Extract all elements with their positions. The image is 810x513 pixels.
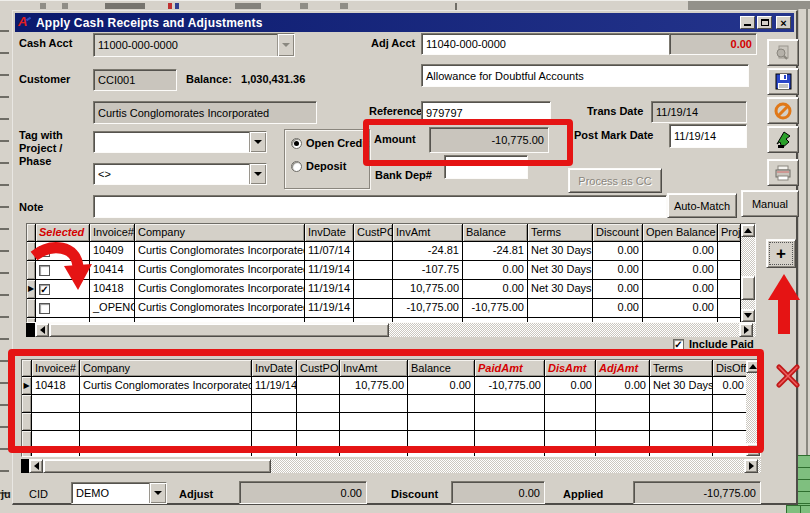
- table-row[interactable]: [22, 395, 760, 413]
- cell[interactable]: [297, 431, 340, 449]
- cell[interactable]: [718, 242, 741, 261]
- print-button[interactable]: [767, 159, 799, 186]
- cell[interactable]: [80, 413, 252, 431]
- cell[interactable]: 0.00: [643, 280, 718, 299]
- cell[interactable]: [545, 431, 596, 449]
- cell[interactable]: 0.00: [408, 377, 475, 395]
- cell[interactable]: [475, 449, 545, 457]
- cell[interactable]: [252, 431, 297, 449]
- exit-button[interactable]: [767, 126, 799, 153]
- note-field[interactable]: [93, 195, 667, 218]
- cell[interactable]: [297, 377, 340, 395]
- cell[interactable]: Curtis Conglomorates Incorporated: [80, 377, 252, 395]
- cell[interactable]: 11/19/14: [252, 377, 297, 395]
- cell[interactable]: [718, 261, 741, 280]
- scroll-up-button[interactable]: [746, 360, 760, 373]
- cell[interactable]: [545, 395, 596, 413]
- cell[interactable]: Curtis Conglomorates Incorporated: [135, 242, 305, 261]
- invoice-grid-vscrollbar[interactable]: [741, 224, 755, 322]
- cell[interactable]: [408, 449, 475, 457]
- cell[interactable]: 10,775.00: [393, 280, 463, 299]
- scroll-left-button[interactable]: [29, 459, 43, 473]
- cell[interactable]: [408, 413, 475, 431]
- cell[interactable]: [354, 280, 393, 299]
- include-paid-label[interactable]: Include Paid: [689, 338, 754, 350]
- cell[interactable]: [297, 449, 340, 457]
- cell[interactable]: Net 30 Days: [650, 377, 713, 395]
- cell[interactable]: 0.00: [593, 242, 643, 261]
- cell[interactable]: 11/07/14: [305, 242, 354, 261]
- save-button[interactable]: [767, 68, 799, 95]
- process-as-cc-button[interactable]: Process as CC: [568, 168, 662, 193]
- cell[interactable]: [80, 395, 252, 413]
- cell[interactable]: [252, 449, 297, 457]
- cell[interactable]: [408, 395, 475, 413]
- cell[interactable]: Net 30 Days: [528, 280, 593, 299]
- post-mark-date-field[interactable]: 11/19/14: [669, 124, 747, 148]
- cell[interactable]: [713, 413, 748, 431]
- cell[interactable]: [475, 395, 545, 413]
- cell[interactable]: [340, 431, 408, 449]
- cell[interactable]: [475, 431, 545, 449]
- cell[interactable]: 0.00: [713, 377, 748, 395]
- phase-combobox[interactable]: <>: [93, 163, 267, 185]
- applied-grid-hscrollbar[interactable]: [21, 459, 761, 473]
- table-row[interactable]: 10409Curtis Conglomorates Incorporated11…: [27, 242, 755, 261]
- row-marker[interactable]: [27, 299, 36, 318]
- cell[interactable]: [340, 449, 408, 457]
- cell[interactable]: -24.81: [393, 242, 463, 261]
- cell[interactable]: 0.00: [643, 261, 718, 280]
- cell[interactable]: 0.00: [593, 261, 643, 280]
- reference-field[interactable]: 979797: [421, 101, 551, 124]
- scroll-down-button[interactable]: [741, 309, 755, 322]
- hscroll-thumb[interactable]: [49, 323, 389, 337]
- cell[interactable]: 10409: [90, 242, 135, 261]
- cell[interactable]: [596, 395, 650, 413]
- cell[interactable]: [80, 449, 252, 457]
- cell[interactable]: Net 30 Days: [528, 242, 593, 261]
- table-row[interactable]: [22, 431, 760, 449]
- cash-acct-dropdown-button[interactable]: [277, 34, 294, 56]
- cell[interactable]: 0.00: [593, 299, 643, 318]
- vscroll-thumb[interactable]: [741, 276, 755, 300]
- cancel-button[interactable]: [767, 97, 799, 124]
- open-credit-radio[interactable]: [291, 138, 302, 149]
- cell[interactable]: -107.75: [393, 261, 463, 280]
- cell[interactable]: [32, 449, 80, 457]
- table-row[interactable]: [22, 449, 760, 457]
- row-select-cell[interactable]: [36, 299, 90, 318]
- auto-match-button[interactable]: Auto-Match: [667, 193, 737, 218]
- phase-dropdown-button[interactable]: [249, 164, 266, 184]
- cell[interactable]: [718, 280, 741, 299]
- cid-combobox[interactable]: DEMO: [71, 482, 167, 504]
- cell[interactable]: [297, 413, 340, 431]
- report-preview-button[interactable]: [767, 39, 799, 66]
- row-marker[interactable]: [22, 431, 32, 449]
- cell[interactable]: 0.00: [593, 280, 643, 299]
- cell[interactable]: 11/19/14: [305, 261, 354, 280]
- cell[interactable]: [32, 395, 80, 413]
- cell[interactable]: 11/19/14: [305, 299, 354, 318]
- manual-button[interactable]: Manual: [741, 190, 799, 217]
- titlebar[interactable]: A Apply Cash Receipts and Adjustments ×: [15, 13, 794, 32]
- cell[interactable]: [32, 413, 80, 431]
- cell[interactable]: Curtis Conglomorates Incorporated: [135, 299, 305, 318]
- table-row[interactable]: _OPENCRCurtis Conglomorates Incorporated…: [27, 299, 755, 318]
- cell[interactable]: [354, 242, 393, 261]
- cell[interactable]: [354, 299, 393, 318]
- table-row[interactable]: ▶✓10418Curtis Conglomorates Incorporated…: [27, 280, 755, 299]
- table-row[interactable]: 10414Curtis Conglomorates Incorporated11…: [27, 261, 755, 280]
- bank-dep-field[interactable]: [444, 155, 528, 179]
- cell[interactable]: [340, 395, 408, 413]
- scroll-down-button[interactable]: [746, 443, 760, 456]
- row-marker[interactable]: [22, 449, 32, 457]
- cell[interactable]: [713, 395, 748, 413]
- maximize-button[interactable]: [757, 16, 772, 29]
- cell[interactable]: [650, 431, 713, 449]
- row-marker[interactable]: ▶: [22, 377, 32, 395]
- cell[interactable]: [297, 395, 340, 413]
- cell[interactable]: 0.00: [596, 377, 650, 395]
- cell[interactable]: Net 30 Days: [528, 261, 593, 280]
- cell[interactable]: [528, 299, 593, 318]
- cell[interactable]: 0.00: [463, 261, 528, 280]
